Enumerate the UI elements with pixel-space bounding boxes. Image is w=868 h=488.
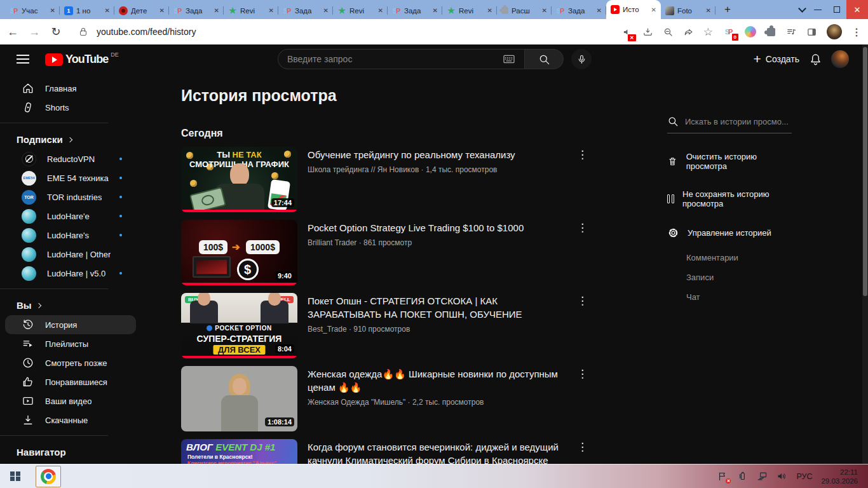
history-search[interactable]: [667, 116, 792, 133]
browser-tab[interactable]: Зада✕: [552, 2, 606, 19]
manage-history-button[interactable]: Управление историей: [667, 227, 792, 239]
search-button[interactable]: [524, 49, 564, 69]
video-menu-icon[interactable]: ⋮: [577, 221, 588, 234]
sidebar-item-history[interactable]: История: [5, 315, 136, 334]
browser-tab[interactable]: Revi✕: [333, 2, 388, 19]
share-icon[interactable]: [683, 27, 694, 37]
tab-close-icon[interactable]: ✕: [269, 7, 274, 14]
browser-tab[interactable]: Revi✕: [224, 2, 278, 19]
sidebar-channel-reductovpn[interactable]: ReductoVPN: [5, 149, 136, 168]
forward-button[interactable]: →: [28, 25, 41, 39]
video-meta[interactable]: Best_Trade · 910 просмотров: [308, 325, 574, 334]
playlist-extension-icon[interactable]: [786, 27, 797, 37]
sidebar-channel-ludohare-s[interactable]: LudoHare's: [5, 226, 136, 245]
window-close-button[interactable]: ✕: [846, 0, 868, 19]
video-thumbnail[interactable]: 100$ ➔ 1000$ $ 9:40: [181, 220, 297, 285]
tab-close-icon[interactable]: ✕: [433, 7, 438, 14]
tab-close-icon[interactable]: ✕: [487, 7, 492, 14]
voice-search-button[interactable]: [571, 49, 592, 69]
tab-close-icon[interactable]: ✕: [706, 7, 711, 14]
tab-muted-icon[interactable]: ✕: [622, 27, 633, 37]
link-comments[interactable]: Комментарии: [686, 253, 792, 262]
back-button[interactable]: ←: [6, 25, 19, 39]
sidebar-channel-ludohare-e[interactable]: LudoHare'e: [5, 207, 136, 226]
browser-menu-icon[interactable]: ⋮: [851, 26, 862, 38]
page-scrollbar[interactable]: [862, 44, 868, 464]
volume-tray-icon[interactable]: [776, 471, 787, 482]
browser-tab[interactable]: Зада✕: [278, 2, 333, 19]
video-thumbnail[interactable]: ТЫ НЕ ТАКСМОТРИШЬ НА ГРАФИК 17:44: [181, 147, 297, 212]
video-row[interactable]: BUY SELL POCKET OPTION СУПЕР-СТРАТЕГИЯ Д…: [181, 293, 593, 358]
video-row[interactable]: ТЫ НЕ ТАКСМОТРИШЬ НА ГРАФИК 17:44 Обучен…: [181, 147, 593, 212]
address-bar[interactable]: youtube.com/feed/history: [97, 27, 613, 37]
link-posts[interactable]: Записи: [686, 273, 792, 282]
search-box[interactable]: [278, 49, 524, 69]
browser-tab[interactable]: 1 но✕: [60, 2, 114, 19]
tab-close-icon[interactable]: ✕: [50, 7, 55, 14]
tab-close-icon[interactable]: ✕: [651, 6, 656, 13]
notifications-bell-icon[interactable]: [809, 53, 822, 66]
sidebar-item-downloads[interactable]: Скачанные: [5, 410, 136, 430]
tab-close-icon[interactable]: ✕: [323, 7, 329, 14]
tab-close-icon[interactable]: ✕: [378, 7, 383, 14]
browser-tab[interactable]: Учас✕: [5, 2, 60, 19]
video-menu-icon[interactable]: ⋮: [577, 294, 588, 308]
video-menu-icon[interactable]: ⋮: [577, 148, 588, 161]
video-row[interactable]: 1:08:14 Женская одежда🔥🔥 Шикарные новинк…: [181, 366, 593, 431]
sidebar-item-your-videos[interactable]: Ваши видео: [5, 391, 136, 410]
video-menu-icon[interactable]: ⋮: [577, 440, 588, 454]
create-button[interactable]: + Создать: [754, 44, 799, 74]
sidebar-item-liked[interactable]: Понравившиеся: [5, 372, 136, 391]
video-meta[interactable]: Brilliant Trader · 861 просмотр: [308, 238, 574, 247]
video-title[interactable]: Обучение трейдингу по реальному теханали…: [308, 148, 574, 161]
taskbar-chrome-button[interactable]: [36, 466, 61, 487]
browser-tab[interactable]: Foto✕: [661, 2, 715, 19]
video-title[interactable]: Когда форум становится вечеринкой: дидже…: [308, 440, 574, 464]
bookmark-star-icon[interactable]: ☆: [703, 25, 713, 39]
colorful-extension-icon[interactable]: [745, 26, 756, 37]
video-row[interactable]: ВЛОГ EVENT DJ #1 Полетели в Красноярск! …: [181, 439, 593, 464]
sidebar-item-watch-later[interactable]: Смотреть позже: [5, 353, 136, 372]
window-minimize-button[interactable]: —: [808, 0, 827, 19]
language-indicator[interactable]: РУС: [796, 472, 812, 481]
sidebar-item-playlists[interactable]: Плейлисты: [5, 334, 136, 353]
sp-extension-icon[interactable]: 0: [722, 27, 735, 37]
sidebar-channel-ludohare-other[interactable]: LudoHare | Other: [5, 245, 136, 264]
browser-tab-active[interactable]: Исто✕: [606, 0, 661, 19]
device-tray-icon[interactable]: [737, 471, 748, 482]
video-row[interactable]: 100$ ➔ 1000$ $ 9:40 Pocket Option Strate…: [181, 220, 593, 285]
tab-close-icon[interactable]: ✕: [597, 7, 602, 14]
scrollbar-thumb[interactable]: [863, 47, 867, 296]
search-input[interactable]: [287, 54, 503, 64]
save-to-device-icon[interactable]: [642, 27, 653, 37]
tab-close-icon[interactable]: ✕: [214, 7, 219, 14]
lock-icon[interactable]: [80, 30, 86, 36]
link-chat[interactable]: Чат: [686, 292, 792, 302]
reload-button[interactable]: ↻: [50, 25, 62, 39]
action-center-flag-icon[interactable]: ✕: [717, 471, 728, 482]
sidebar-channel-eme54[interactable]: EME54EME 54 техника...: [5, 168, 136, 187]
zoom-out-icon[interactable]: [663, 27, 674, 37]
you-header[interactable]: Вы: [0, 295, 144, 315]
browser-tab[interactable]: Расш✕: [497, 2, 552, 19]
video-thumbnail[interactable]: BUY SELL POCKET OPTION СУПЕР-СТРАТЕГИЯ Д…: [181, 293, 297, 358]
browser-tab[interactable]: Дете✕: [114, 2, 169, 19]
browser-tab[interactable]: Revi✕: [442, 2, 497, 19]
start-button[interactable]: [0, 464, 31, 488]
video-menu-icon[interactable]: ⋮: [577, 367, 588, 381]
clear-history-button[interactable]: Очистить историю просмотра: [667, 152, 792, 171]
tab-close-icon[interactable]: ✕: [159, 7, 165, 14]
video-thumbnail[interactable]: ВЛОГ EVENT DJ #1 Полетели в Красноярск! …: [181, 439, 297, 464]
browser-tab[interactable]: Зада✕: [169, 2, 224, 19]
guide-menu-icon[interactable]: [17, 55, 29, 64]
sidebar-item-home[interactable]: Главная: [5, 79, 136, 98]
tab-close-icon[interactable]: ✕: [542, 7, 547, 14]
keyboard-icon[interactable]: [503, 54, 515, 64]
video-meta[interactable]: Школа трейдинга // Ян Новиков · 1,4 тыс.…: [308, 165, 574, 174]
youtube-logo[interactable]: YouTube DE: [45, 53, 119, 66]
pause-history-button[interactable]: Не сохранять историю просмотра: [667, 189, 792, 208]
sidebar-item-shorts[interactable]: Shorts: [5, 98, 136, 117]
tab-close-icon[interactable]: ✕: [105, 7, 110, 14]
side-panel-icon[interactable]: [806, 27, 817, 37]
video-meta[interactable]: Женская Одежда "Мишель" · 2,2 тыс. просм…: [308, 398, 574, 407]
